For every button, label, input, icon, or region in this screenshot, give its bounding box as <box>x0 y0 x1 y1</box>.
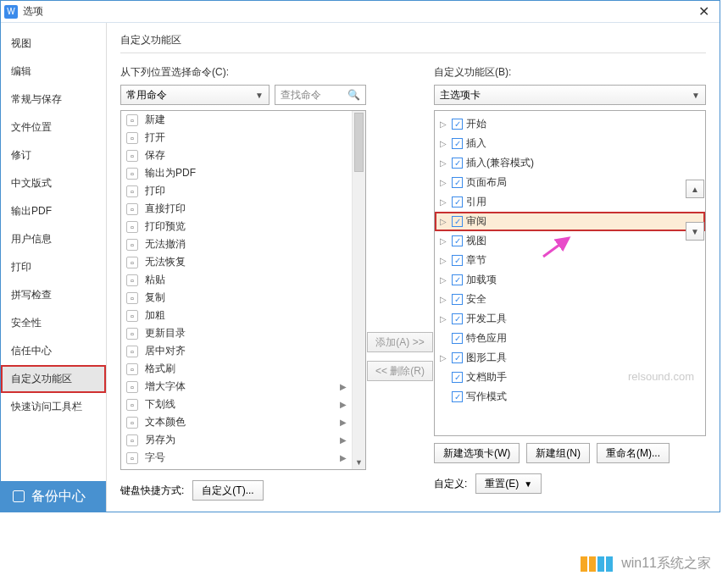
add-button[interactable]: 添加(A) >> <box>367 332 433 352</box>
command-item[interactable]: ▫更新目录 <box>121 324 352 342</box>
expand-icon[interactable]: ▷ <box>440 275 448 285</box>
sidebar-item-file-location[interactable]: 文件位置 <box>1 113 106 141</box>
checkbox[interactable]: ✓ <box>452 294 463 305</box>
tree-item[interactable]: ▷✓开发工具 <box>435 309 705 329</box>
sidebar-item-user-info[interactable]: 用户信息 <box>1 225 106 253</box>
command-item[interactable]: ▫打印预览 <box>121 218 352 235</box>
sidebar-item-general-save[interactable]: 常规与保存 <box>1 86 106 113</box>
command-item[interactable]: ▫无法恢复 <box>121 253 352 271</box>
expand-icon[interactable]: ▷ <box>440 314 448 324</box>
tree-item[interactable]: ▷✓页面布局 <box>435 173 705 192</box>
command-item[interactable]: ▫打开 <box>121 129 352 147</box>
command-icon: ▫ <box>126 363 138 375</box>
move-up-button[interactable]: ▲ <box>686 180 704 198</box>
checkbox[interactable]: ✓ <box>452 196 463 208</box>
checkbox[interactable]: ✓ <box>452 391 463 402</box>
sidebar-item-spellcheck[interactable]: 拼写检查 <box>1 281 106 309</box>
tree-item[interactable]: ▷✓插入(兼容模式) <box>435 153 705 173</box>
command-item[interactable]: ▫加粗 <box>121 307 352 324</box>
checkbox[interactable]: ✓ <box>452 274 463 285</box>
expand-icon[interactable]: ▷ <box>440 119 448 129</box>
tree-item[interactable]: ▷✓章节 <box>435 251 705 270</box>
command-item[interactable]: ▫无法撤消 <box>121 235 352 253</box>
sidebar-item-quick-access[interactable]: 快速访问工具栏 <box>1 393 106 421</box>
search-commands-input[interactable]: 查找命令 🔍 <box>275 85 366 105</box>
ribbon-target-dropdown[interactable]: 主选项卡 ▼ <box>434 85 706 105</box>
backup-center-button[interactable]: 备份中心 <box>1 481 106 512</box>
command-item[interactable]: ▫粘贴 <box>121 271 352 289</box>
command-item[interactable]: ▫另存为▶ <box>121 431 352 449</box>
checkbox[interactable]: ✓ <box>452 372 463 383</box>
reset-dropdown-button[interactable]: 重置(E) ▼ <box>475 473 542 494</box>
scroll-down-icon[interactable]: ▼ <box>353 456 365 469</box>
command-item[interactable]: ▫保存 <box>121 147 352 164</box>
customize-shortcut-button[interactable]: 自定义(T)... <box>192 480 263 501</box>
tree-item[interactable]: ✓文档助手 <box>435 368 705 387</box>
expand-icon[interactable]: ▷ <box>440 295 448 304</box>
sidebar-item-chinese-layout[interactable]: 中文版式 <box>1 169 106 197</box>
checkbox[interactable]: ✓ <box>452 138 463 149</box>
command-item[interactable]: ▫新建 <box>121 111 352 129</box>
tree-item[interactable]: ▷✓开始 <box>435 114 705 134</box>
command-icon: ▫ <box>126 417 138 429</box>
checkbox[interactable]: ✓ <box>452 119 463 130</box>
expand-icon[interactable]: ▷ <box>440 256 448 265</box>
tree-item[interactable]: ▷✓安全 <box>435 290 705 309</box>
sidebar-list: 视图 编辑 常规与保存 文件位置 修订 中文版式 输出PDF 用户信息 打印 拼… <box>1 23 106 481</box>
checkbox[interactable]: ✓ <box>452 333 463 344</box>
command-item[interactable]: ▫复制 <box>121 289 352 307</box>
checkbox[interactable]: ✓ <box>452 235 463 246</box>
sidebar-item-customize-ribbon[interactable]: 自定义功能区 <box>1 365 106 393</box>
command-item[interactable]: ▫输出为PDF <box>121 164 352 182</box>
expand-icon[interactable]: ▷ <box>440 217 448 226</box>
command-label: 格式刷 <box>145 362 175 376</box>
sidebar-item-trust-center[interactable]: 信任中心 <box>1 337 106 365</box>
sidebar-item-view[interactable]: 视图 <box>1 30 106 58</box>
sidebar-item-print[interactable]: 打印 <box>1 253 106 281</box>
remove-button[interactable]: << 删除(R) <box>367 361 433 381</box>
expand-icon[interactable]: ▷ <box>440 178 448 187</box>
sidebar-item-edit[interactable]: 编辑 <box>1 58 106 86</box>
sidebar-item-security[interactable]: 安全性 <box>1 309 106 337</box>
sidebar-item-export-pdf[interactable]: 输出PDF <box>1 197 106 225</box>
tree-item[interactable]: ▷✓插入 <box>435 134 705 153</box>
move-down-button[interactable]: ▼ <box>686 222 704 241</box>
tree-item[interactable]: ▷✓加载项 <box>435 270 705 290</box>
command-item[interactable]: ▫打印 <box>121 182 352 200</box>
checkbox[interactable]: ✓ <box>452 216 463 227</box>
tree-item[interactable]: ✓写作模式 <box>435 387 705 407</box>
tree-item[interactable]: ▷✓图形工具 <box>435 348 705 368</box>
commands-listbox[interactable]: ▫新建▫打开▫保存▫输出为PDF▫打印▫直接打印▫打印预览▫无法撤消▫无法恢复▫… <box>120 110 366 470</box>
close-button[interactable]: ✕ <box>692 3 716 19</box>
tree-label: 开发工具 <box>466 312 507 326</box>
expand-icon[interactable]: ▷ <box>440 139 448 148</box>
command-item[interactable]: ▫下划线▶ <box>121 396 352 413</box>
tree-item[interactable]: ▷✓视图 <box>435 231 705 251</box>
checkbox[interactable]: ✓ <box>452 177 463 188</box>
checkbox[interactable]: ✓ <box>452 255 463 266</box>
expand-icon[interactable]: ▷ <box>440 197 448 207</box>
tree-item[interactable]: ▷✓审阅 <box>435 212 705 231</box>
tree-item[interactable]: ✓特色应用 <box>435 329 705 348</box>
rename-button[interactable]: 重命名(M)... <box>597 443 670 463</box>
command-item[interactable]: ▫直接打印 <box>121 200 352 218</box>
checkbox[interactable]: ✓ <box>452 313 463 324</box>
tree-item[interactable]: ▷✓引用 <box>435 192 705 212</box>
scroll-thumb[interactable] <box>354 113 364 172</box>
checkbox[interactable]: ✓ <box>452 352 463 363</box>
command-item[interactable]: ▫文本颜色▶ <box>121 413 352 431</box>
new-group-button[interactable]: 新建组(N) <box>526 443 590 463</box>
checkbox[interactable]: ✓ <box>452 158 463 169</box>
scrollbar[interactable]: ▼ <box>352 111 365 469</box>
command-item[interactable]: ▫居中对齐 <box>121 342 352 360</box>
command-item[interactable]: ▫格式刷 <box>121 360 352 378</box>
command-item[interactable]: ▫增大字体▶ <box>121 378 352 396</box>
expand-icon[interactable]: ▷ <box>440 236 448 246</box>
expand-icon[interactable]: ▷ <box>440 353 448 362</box>
sidebar-item-revision[interactable]: 修订 <box>1 141 106 169</box>
commands-source-dropdown[interactable]: 常用命令 ▼ <box>120 85 270 105</box>
new-tab-button[interactable]: 新建选项卡(W) <box>434 443 520 463</box>
expand-icon[interactable]: ▷ <box>440 158 448 168</box>
command-item[interactable]: ▫字号▶ <box>121 449 352 467</box>
ribbon-tree[interactable]: ▷✓开始▷✓插入▷✓插入(兼容模式)▷✓页面布局▷✓引用▷✓审阅▷✓视图▷✓章节… <box>434 110 706 436</box>
